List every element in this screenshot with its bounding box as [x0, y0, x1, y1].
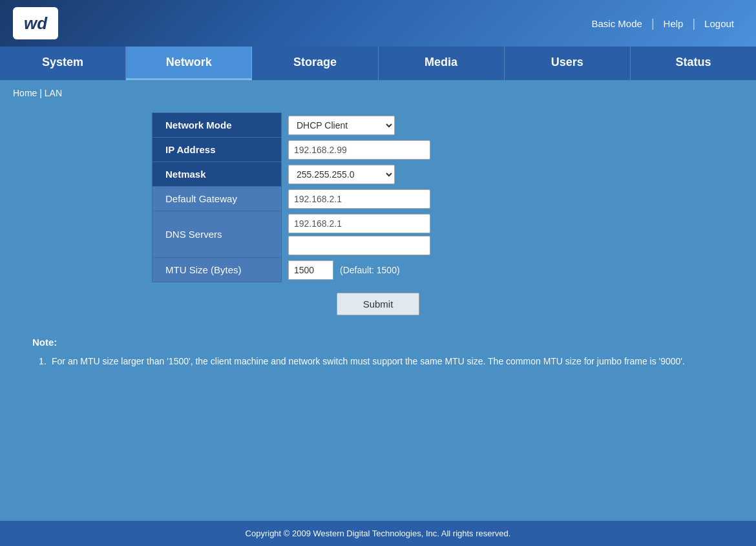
- breadcrumb-home[interactable]: Home: [13, 88, 37, 98]
- nav-users[interactable]: Users: [505, 47, 631, 80]
- nav-storage[interactable]: Storage: [252, 47, 378, 80]
- mtu-size-field: (Default: 1500): [282, 258, 604, 282]
- netmask-label: Netmask: [152, 162, 282, 187]
- nav-status[interactable]: Status: [631, 47, 756, 80]
- network-mode-field: DHCP Client Static IP: [282, 113, 604, 138]
- dns-inputs-container: [288, 214, 597, 255]
- nav-media[interactable]: Media: [379, 47, 505, 80]
- mtu-default-note: (Default: 1500): [340, 265, 400, 275]
- header-links: Basic Mode | Help | Logout: [583, 17, 744, 30]
- mtu-size-label: MTU Size (Bytes): [152, 258, 282, 282]
- netmask-select[interactable]: 255.255.255.0 255.255.0.0 255.0.0.0: [288, 165, 395, 184]
- default-gateway-input[interactable]: [288, 189, 430, 209]
- note-list: For an MTU size larger than '1500', the …: [32, 354, 724, 368]
- note-title: Note:: [32, 335, 724, 350]
- header: wd Basic Mode | Help | Logout: [0, 0, 756, 47]
- footer: Copyright © 2009 Western Digital Technol…: [0, 521, 756, 546]
- nav-network[interactable]: Network: [126, 47, 252, 80]
- logout-link[interactable]: Logout: [695, 18, 743, 29]
- navigation: System Network Storage Media Users Statu…: [0, 47, 756, 80]
- main-content: Network Mode DHCP Client Static IP IP Ad…: [0, 106, 756, 521]
- logo-text: wd: [24, 14, 47, 34]
- dns-server-1-input[interactable]: [288, 214, 430, 233]
- form-container: Network Mode DHCP Client Static IP IP Ad…: [152, 112, 604, 315]
- note-section: Note: For an MTU size larger than '1500'…: [32, 335, 724, 368]
- logo: wd: [13, 7, 58, 39]
- settings-form: Network Mode DHCP Client Static IP IP Ad…: [152, 112, 604, 282]
- note-item-1: For an MTU size larger than '1500', the …: [39, 354, 724, 368]
- ip-address-input[interactable]: [288, 140, 430, 160]
- footer-text: Copyright © 2009 Western Digital Technol…: [246, 529, 511, 538]
- ip-address-field: [282, 138, 604, 162]
- breadcrumb: Home | LAN: [0, 80, 756, 106]
- nav-system[interactable]: System: [0, 47, 126, 80]
- submit-row: Submit: [152, 293, 604, 315]
- help-link[interactable]: Help: [655, 18, 693, 29]
- ip-address-row: IP Address: [152, 138, 604, 162]
- network-mode-label: Network Mode: [152, 113, 282, 138]
- default-gateway-row: Default Gateway: [152, 187, 604, 211]
- dns-servers-row: DNS Servers: [152, 211, 604, 258]
- network-mode-select[interactable]: DHCP Client Static IP: [288, 116, 395, 135]
- breadcrumb-current: LAN: [45, 88, 62, 98]
- dns-servers-field: [282, 211, 604, 258]
- ip-address-label: IP Address: [152, 138, 282, 162]
- default-gateway-label: Default Gateway: [152, 187, 282, 211]
- breadcrumb-separator: |: [39, 88, 45, 98]
- network-mode-row: Network Mode DHCP Client Static IP: [152, 113, 604, 138]
- dns-servers-label: DNS Servers: [152, 211, 282, 258]
- netmask-row: Netmask 255.255.255.0 255.255.0.0 255.0.…: [152, 162, 604, 187]
- dns-server-2-input[interactable]: [288, 236, 430, 255]
- mtu-size-input[interactable]: [288, 260, 333, 280]
- mtu-size-row: MTU Size (Bytes) (Default: 1500): [152, 258, 604, 282]
- basic-mode-link[interactable]: Basic Mode: [583, 18, 651, 29]
- default-gateway-field: [282, 187, 604, 211]
- submit-button[interactable]: Submit: [337, 293, 420, 315]
- netmask-field: 255.255.255.0 255.255.0.0 255.0.0.0: [282, 162, 604, 187]
